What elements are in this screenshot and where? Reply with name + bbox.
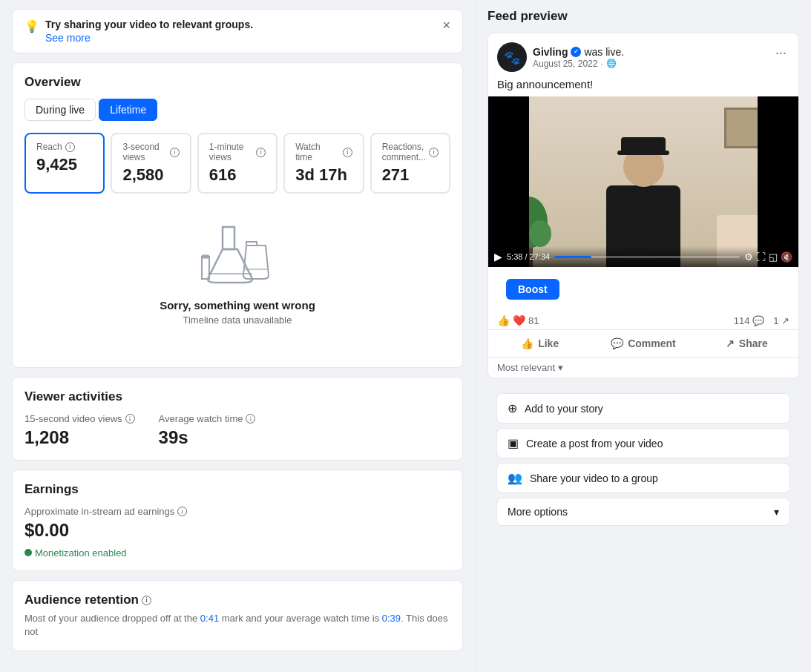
add-to-story-button[interactable]: ⊕ Add to your story [496, 393, 790, 424]
avatar: 🐾 [497, 42, 527, 72]
earnings-section: Earnings Approximate in-stream ad earnin… [12, 470, 463, 571]
post-meta: August 25, 2022 · 🌐 [533, 59, 624, 69]
green-dot-icon [24, 549, 32, 556]
video-control-icons: ⚙ ⛶ ◱ 🔇 [744, 251, 792, 263]
action-buttons: 👍 Like 💬 Comment ↗ Share [488, 329, 798, 358]
author-info: Givling ✓ was live. August 25, 2022 · 🌐 [533, 46, 624, 69]
author-name: Givling [533, 46, 568, 58]
tab-during-live[interactable]: During live [24, 99, 96, 121]
tip-close-button[interactable]: × [442, 19, 450, 32]
info-icon-audience[interactable]: i [142, 596, 151, 605]
audience-retention-section: Audience retention i Most of your audien… [12, 580, 463, 651]
right-panel: Feed preview 🐾 Givling [475, 0, 811, 672]
feed-preview-title: Feed preview [487, 9, 799, 24]
stat-card-1min: 1-minute views i 616 [197, 133, 278, 194]
tip-link[interactable]: See more [45, 32, 253, 44]
info-icon-avgwatch[interactable]: i [246, 414, 255, 424]
feed-preview-container: Feed preview 🐾 Givling [476, 0, 811, 541]
stat-value-3sec: 2,580 [122, 165, 179, 185]
video-time: 5:38 / 27:34 [507, 252, 550, 261]
overview-tabs: During live Lifetime [24, 99, 450, 121]
author-name-row: Givling ✓ was live. [533, 46, 624, 58]
info-icon-3sec[interactable]: i [170, 148, 180, 157]
share-group-icon: 👥 [508, 471, 522, 485]
stat-card-reach: Reach i 9,425 [24, 133, 105, 194]
timestamp-link-1[interactable]: 0:41 [200, 613, 219, 624]
info-icon-reach[interactable]: i [65, 142, 75, 152]
viewer-stats: 15-second video views i 1,208 Average wa… [24, 413, 450, 448]
share-icon: ↗ [726, 337, 735, 349]
stats-grid: Reach i 9,425 3-second views i 2,580 1-m… [24, 133, 450, 194]
svg-text:🐾: 🐾 [504, 50, 521, 66]
post-more-button[interactable]: ··· [772, 42, 789, 64]
chevron-down-icon: ▾ [558, 362, 563, 373]
monetization-badge: Monetization enabled [24, 547, 127, 559]
create-post-button[interactable]: ▣ Create a post from your video [496, 428, 790, 458]
create-post-icon: ▣ [508, 436, 519, 450]
mute-icon[interactable]: 🔇 [781, 251, 792, 263]
video-progress-bar[interactable] [554, 256, 740, 258]
viewer-stat-15sec: 15-second video views i 1,208 [24, 413, 135, 448]
comment-filter[interactable]: Most relevant ▾ [488, 358, 798, 378]
earnings-amount: $0.00 [24, 520, 450, 541]
tab-lifetime[interactable]: Lifetime [99, 99, 157, 121]
error-subtitle: Timeline data unavailable [39, 314, 436, 326]
fullscreen-icon[interactable]: ⛶ [756, 251, 766, 263]
miniplayer-icon[interactable]: ◱ [769, 251, 778, 263]
overview-section: Overview During live Lifetime Reach i 9,… [12, 62, 463, 368]
comment-count: 114 💬 [734, 315, 764, 326]
globe-icon: 🌐 [606, 59, 617, 68]
comment-button[interactable]: 💬 Comment [591, 332, 695, 355]
svg-rect-0 [223, 227, 234, 249]
share-group-button[interactable]: 👥 Share your video to a group [496, 463, 790, 493]
comment-icon: 💬 [611, 337, 623, 349]
post-status: was live. [584, 46, 624, 58]
person-hat [621, 137, 666, 152]
reactions-bar: 👍 ❤️ 81 114 💬 1 ↗ [488, 312, 798, 329]
viewer-stat-avgwatch: Average watch time i 39s [159, 413, 256, 448]
boost-button[interactable]: Boost [506, 279, 559, 300]
info-icon-watchtime[interactable]: i [343, 148, 352, 157]
stat-label-reach: Reach i [36, 142, 93, 152]
viewer-activities-title: Viewer activities [24, 389, 450, 404]
info-icon-earnings[interactable]: i [177, 507, 187, 516]
like-button[interactable]: 👍 Like [488, 332, 591, 355]
video-container[interactable]: ▶ 5:38 / 27:34 ⚙ ⛶ ◱ 🔇 [488, 96, 798, 267]
video-controls: ▶ 5:38 / 27:34 ⚙ ⛶ ◱ 🔇 [488, 246, 798, 267]
viewer-stat-value-avgwatch: 39s [159, 427, 256, 448]
overview-title: Overview [24, 75, 450, 90]
boost-area: Boost [488, 267, 798, 312]
beaker-container [39, 223, 436, 290]
viewer-stat-value-15sec: 1,208 [24, 427, 135, 448]
earnings-title: Earnings [24, 482, 450, 497]
audience-retention-title: Audience retention i [24, 593, 450, 607]
add-story-icon: ⊕ [508, 401, 517, 415]
post-caption: Big announcement! [488, 78, 798, 96]
reaction-count: 81 [528, 315, 539, 326]
share-button[interactable]: ↗ Share [695, 332, 798, 355]
play-button[interactable]: ▶ [494, 251, 502, 263]
post-card: 🐾 Givling ✓ was live. August 25, 2022 · … [487, 33, 799, 378]
viewer-stat-label-15sec: 15-second video views i [24, 413, 135, 424]
dot-separator: · [600, 59, 602, 69]
more-options-button[interactable]: More options ▾ [496, 498, 790, 526]
post-author: 🐾 Givling ✓ was live. August 25, 2022 · … [497, 42, 624, 72]
video-progress-fill [554, 256, 591, 258]
video-left-bar [488, 96, 529, 267]
stat-card-watchtime: Watch time i 3d 17h [283, 133, 364, 194]
tip-text: Try sharing your video to relevant group… [45, 19, 253, 30]
info-icon-15sec[interactable]: i [125, 414, 135, 424]
stat-label-3sec: 3-second views i [122, 142, 179, 162]
svg-rect-4 [202, 257, 209, 279]
tip-banner: 💡 Try sharing your video to relevant gro… [12, 9, 463, 53]
viewer-stat-label-avgwatch: Average watch time i [159, 413, 256, 424]
info-icon-1min[interactable]: i [256, 148, 266, 157]
stat-label-watchtime: Watch time i [295, 142, 352, 162]
tip-banner-content: 💡 Try sharing your video to relevant gro… [24, 19, 253, 44]
beaker-illustration [200, 223, 275, 290]
heart-emoji: ❤️ [513, 314, 525, 326]
timestamp-link-2[interactable]: 0:39 [382, 613, 401, 624]
stat-value-watchtime: 3d 17h [295, 165, 352, 185]
info-icon-reactions[interactable]: i [429, 148, 439, 157]
settings-icon[interactable]: ⚙ [744, 251, 753, 263]
